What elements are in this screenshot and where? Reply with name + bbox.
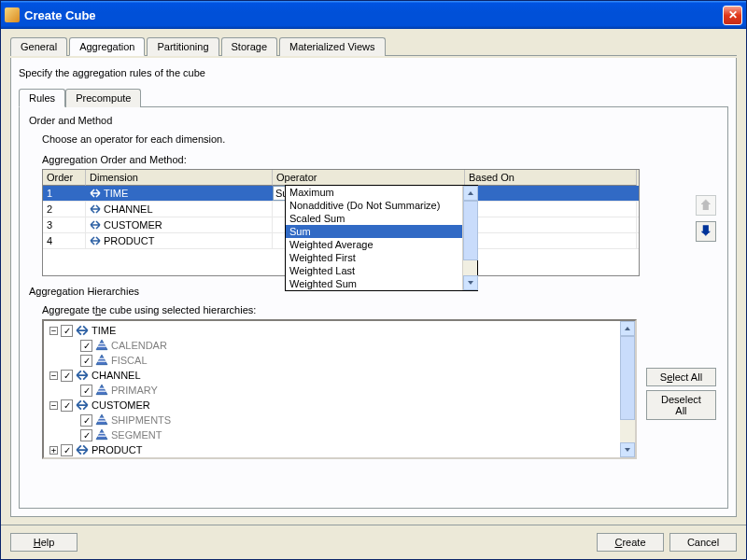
cell-order: 1 (43, 186, 86, 201)
tree-node[interactable]: −CHANNEL (48, 368, 635, 383)
tree-node[interactable]: CALENDAR (48, 338, 635, 353)
checkbox[interactable] (61, 444, 73, 456)
checkbox[interactable] (80, 385, 92, 397)
deselect-all-button[interactable]: Deselect All (646, 390, 716, 420)
expand-toggle[interactable]: − (49, 401, 58, 410)
tab-materialized-views[interactable]: Materialized Views (279, 37, 386, 56)
aggregation-grid: Order Dimension Operator Based On 1 TIME (42, 169, 640, 276)
expand-toggle[interactable]: − (49, 327, 58, 335)
operator-hint: Choose an operator for each dimension. (42, 133, 718, 145)
cell-dimension-text: CHANNEL (104, 203, 153, 215)
tree-label: CUSTOMER (92, 399, 150, 411)
cell-based-on (465, 202, 637, 217)
dimension-icon (76, 399, 89, 412)
move-up-button[interactable]: 🡅 (696, 195, 716, 216)
app-icon (5, 7, 20, 22)
help-button[interactable]: Help (10, 533, 78, 552)
scroll-up-button[interactable] (620, 321, 635, 336)
col-based-on[interactable]: Based On (465, 170, 637, 186)
dropdown-item[interactable]: Nonadditive (Do Not Summarize) (286, 199, 477, 212)
col-dimension[interactable]: Dimension (86, 170, 273, 186)
tab-storage[interactable]: Storage (221, 37, 278, 56)
hierarchy-icon (95, 354, 108, 367)
sub-tabstrip: Rules Precompute (19, 88, 728, 106)
tree-label: SEGMENT (111, 429, 162, 441)
tab-aggregation[interactable]: Aggregation (69, 37, 145, 56)
cell-based-on (465, 186, 637, 201)
checkbox[interactable] (61, 325, 73, 337)
dimension-icon (90, 219, 101, 231)
subtab-rules[interactable]: Rules (19, 89, 65, 107)
scroll-thumb[interactable] (463, 201, 478, 260)
col-order[interactable]: Order (43, 170, 86, 186)
order-method-label: Order and Method (29, 115, 718, 126)
rules-panel: Order and Method Choose an operator for … (19, 106, 728, 509)
checkbox[interactable] (61, 370, 73, 382)
cell-dimension-text: CUSTOMER (104, 219, 162, 231)
tree-node[interactable]: FISCAL (48, 353, 635, 368)
hierarchies-instruction: Aggregate the cube using selected hierar… (42, 304, 718, 315)
titlebar: Create Cube ✕ (1, 1, 746, 29)
expand-toggle[interactable]: − (49, 371, 58, 380)
tree-label: PRIMARY (111, 385, 158, 396)
expand-toggle[interactable]: + (49, 446, 58, 455)
chevron-down-icon (468, 281, 473, 285)
tree-label: TIME (92, 325, 116, 336)
tree-node[interactable]: +PRODUCT (48, 442, 635, 457)
arrow-down-icon: 🡇 (699, 225, 712, 238)
tab-partitioning[interactable]: Partitioning (147, 37, 218, 56)
dropdown-item[interactable]: Weighted Last (286, 264, 477, 277)
chevron-up-icon (625, 327, 630, 330)
dropdown-item[interactable]: Weighted First (286, 251, 477, 264)
create-button[interactable]: Create (597, 533, 664, 552)
tree-label: CHANNEL (92, 370, 141, 381)
checkbox[interactable] (80, 340, 92, 352)
panel-instruction: Specify the aggregation rules of the cub… (19, 67, 728, 78)
scroll-down-button[interactable] (620, 442, 635, 457)
dropdown-item[interactable]: Sum (286, 225, 477, 238)
aggregation-panel: Specify the aggregation rules of the cub… (10, 58, 737, 517)
tab-general[interactable]: General (10, 37, 67, 56)
dropdown-scrollbar[interactable] (462, 186, 477, 290)
checkbox[interactable] (80, 429, 92, 441)
move-down-button[interactable]: 🡇 (696, 221, 716, 242)
scroll-down-button[interactable] (463, 275, 478, 290)
selection-buttons: Select All Deselect All (646, 368, 716, 502)
tree-node[interactable]: −TIME (48, 323, 635, 338)
checkbox[interactable] (80, 414, 92, 427)
tree-container: −TIMECALENDARFISCAL−CHANNELPRIMARY−CUSTO… (42, 319, 718, 502)
tree-scrollbar[interactable] (620, 321, 635, 457)
tree-node[interactable]: −CUSTOMER (48, 398, 635, 413)
grid-header: Order Dimension Operator Based On (43, 170, 639, 186)
cell-dimension: TIME (86, 186, 273, 201)
tree-node[interactable]: PRIMARY (48, 383, 635, 398)
dropdown-item[interactable]: Scaled Sum (286, 212, 477, 225)
tree-node[interactable]: SEGMENT (48, 427, 635, 442)
scroll-thumb[interactable] (620, 336, 635, 420)
col-operator[interactable]: Operator (273, 170, 465, 186)
hierarchy-icon (95, 384, 108, 397)
dropdown-item[interactable]: Maximum (286, 186, 477, 199)
cell-order: 3 (43, 217, 86, 232)
tree-label: FISCAL (111, 355, 148, 366)
cell-order: 4 (43, 233, 86, 248)
dimension-icon (90, 188, 101, 199)
dropdown-item[interactable]: Weighted Average (286, 238, 477, 251)
hierarchy-icon (95, 413, 108, 427)
dropdown-item[interactable]: Weighted Sum (286, 277, 477, 290)
checkbox[interactable] (61, 399, 73, 412)
operator-dropdown[interactable]: Maximum Nonadditive (Do Not Summarize) S… (285, 185, 478, 291)
dialog-window: Create Cube ✕ General Aggregation Partit… (0, 0, 747, 560)
tree-label: CALENDAR (111, 340, 167, 351)
hierarchy-tree[interactable]: −TIMECALENDARFISCAL−CHANNELPRIMARY−CUSTO… (42, 319, 637, 459)
tree-node[interactable]: SHIPMENTS (48, 413, 635, 427)
chevron-down-icon (625, 448, 630, 452)
close-button[interactable]: ✕ (723, 6, 742, 25)
window-title: Create Cube (24, 8, 723, 22)
scroll-up-button[interactable] (463, 186, 478, 201)
select-all-button[interactable]: Select All (646, 368, 716, 386)
checkbox[interactable] (80, 355, 92, 367)
cancel-button[interactable]: Cancel (669, 533, 737, 552)
subtab-precompute[interactable]: Precompute (65, 89, 141, 107)
hierarchy-icon (95, 339, 108, 352)
